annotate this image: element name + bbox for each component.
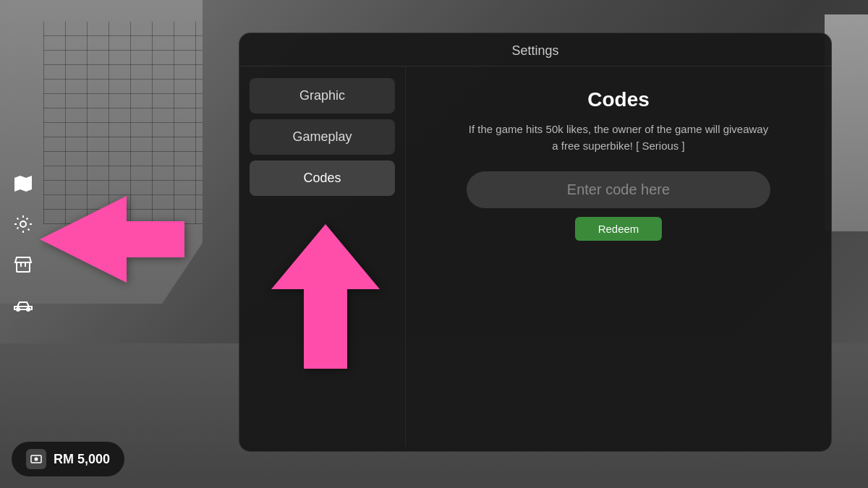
currency-icon: [26, 449, 46, 469]
nav-codes-label: Codes: [303, 171, 341, 185]
sidebar-item-map[interactable]: [7, 168, 39, 200]
arrow-left: [40, 192, 170, 279]
arrow-up: [268, 224, 376, 354]
svg-marker-5: [271, 224, 380, 369]
bottom-currency-bar: RM 5,000: [12, 442, 124, 476]
up-arrow-icon: [268, 224, 383, 369]
gear-icon: [13, 214, 33, 234]
left-arrow-icon: [40, 192, 184, 286]
map-icon: [13, 174, 33, 194]
currency-amount: RM 5,000: [54, 452, 110, 467]
sidebar: [7, 168, 39, 321]
redeem-button[interactable]: Redeem: [575, 217, 663, 241]
codes-title: Codes: [587, 88, 650, 111]
car-icon: [12, 298, 34, 312]
shop-icon: [14, 254, 33, 275]
nav-gameplay-label: Gameplay: [292, 129, 352, 144]
svg-point-0: [20, 221, 26, 227]
codes-description: If the game hits 50k likes, the owner of…: [467, 121, 770, 154]
money-icon: [30, 453, 43, 466]
nav-item-gameplay[interactable]: Gameplay: [250, 119, 395, 155]
sidebar-item-settings[interactable]: [7, 208, 39, 240]
codes-content-panel: Codes If the game hits 50k likes, the ow…: [406, 67, 831, 447]
redeem-label: Redeem: [598, 223, 639, 235]
sidebar-item-shop[interactable]: [7, 249, 39, 281]
svg-point-3: [27, 308, 30, 311]
nav-item-codes[interactable]: Codes: [250, 160, 395, 196]
svg-point-2: [17, 308, 20, 311]
svg-point-7: [35, 458, 38, 461]
modal-title: Settings: [239, 33, 831, 67]
svg-marker-4: [40, 196, 184, 283]
svg-rect-1: [17, 262, 30, 272]
nav-item-graphic[interactable]: Graphic: [250, 78, 395, 114]
sidebar-item-car[interactable]: [7, 289, 39, 321]
nav-graphic-label: Graphic: [299, 88, 345, 103]
code-input[interactable]: [467, 171, 770, 208]
modal-title-text: Settings: [511, 43, 558, 58]
